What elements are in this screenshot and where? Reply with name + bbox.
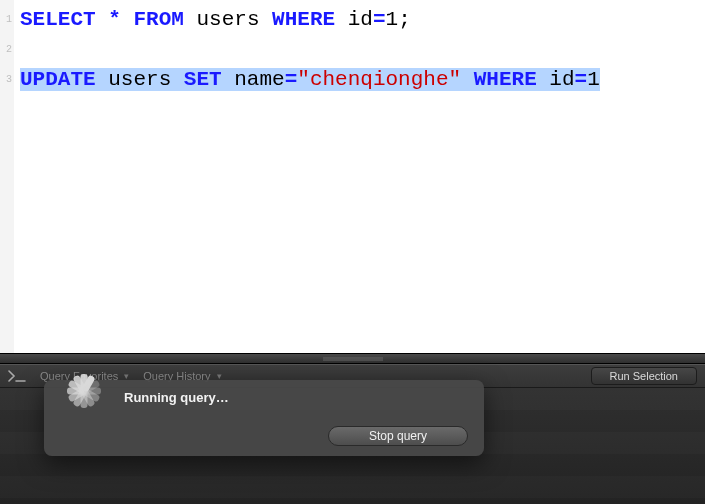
divider-handle-icon xyxy=(323,357,383,360)
line-number: 2 xyxy=(0,35,14,65)
code-body[interactable]: SELECT * FROM users WHERE id=1; UPDATE u… xyxy=(14,0,705,353)
line-gutter: 123 xyxy=(0,0,14,353)
popup-message: Running query… xyxy=(124,390,468,405)
line-number: 1 xyxy=(0,5,14,35)
code-line[interactable] xyxy=(20,35,699,65)
stop-query-button[interactable]: Stop query xyxy=(328,426,468,446)
console-icon[interactable] xyxy=(8,370,26,382)
running-query-popup: Running query… Stop query xyxy=(44,380,484,456)
code-line[interactable]: UPDATE users SET name="chenqionghe" WHER… xyxy=(20,65,699,95)
run-selection-button[interactable]: Run Selection xyxy=(591,367,698,385)
pane-divider[interactable] xyxy=(0,353,705,364)
line-number: 3 xyxy=(0,65,14,95)
code-line[interactable]: SELECT * FROM users WHERE id=1; xyxy=(20,5,699,35)
sql-editor[interactable]: 123 SELECT * FROM users WHERE id=1; UPDA… xyxy=(0,0,705,353)
spinner-icon xyxy=(56,390,112,446)
